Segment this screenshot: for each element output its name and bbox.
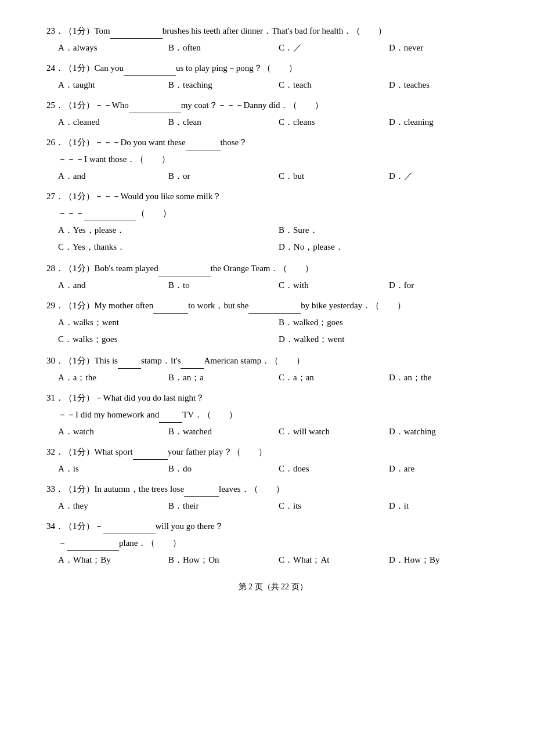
q33-option-c: C．its [279,498,389,514]
q33-option-d: D．it [389,498,499,514]
q32-option-b: B．do [168,461,279,477]
q31-option-d: D．watching [389,424,499,440]
q28-options: A．and B．to C．with D．for [58,278,499,293]
q29-option-d: D．walked；went [279,332,499,347]
q34-line2: －plane．（ ） [58,538,181,548]
q32-option-a: A．is [58,461,168,477]
q23-text: 23．（1分）Tombrushes his teeth after dinner… [46,26,387,35]
q31-option-a: A．watch [58,424,168,440]
q28-option-c: C．with [279,278,389,293]
question-29: 29．（1分）My mother oftento work，but sheby … [46,298,499,348]
q24-option-d: D．teaches [389,77,499,93]
q30-options: A．a；the B．an；a C．a；an D．an；the [58,370,499,386]
q27-option-a: A．Yes，please． [58,222,279,238]
q25-option-d: D．cleaning [389,114,499,130]
q25-text: 25．（1分）－－Whomy coat？－－－Danny did．（ ） [46,100,323,110]
q27-option-c: C．Yes，thanks． [58,239,279,255]
q27-line2: －－－（ ） [58,208,171,218]
q31-text: 31．（1分）－What did you do last night？ [46,393,204,402]
q34-options: A．What；By B．How；On C．What；At D．How；By [58,552,499,568]
q27-text: 27．（1分）－－－Would you like some milk？ [46,192,221,201]
q23-option-b: B．often [168,40,279,56]
q33-option-b: B．their [168,498,279,514]
q23-option-a: A．always [58,40,168,56]
q24-options: A．taught B．teaching C．teach D．teaches [58,77,499,93]
q30-option-b: B．an；a [168,370,279,386]
q32-options: A．is B．do C．does D．are [58,461,499,477]
q33-text: 33．（1分）In autumn，the trees loseleaves．（ … [46,484,284,494]
q27-options: A．Yes，please． B．Sure． C．Yes，thanks． D．No… [58,222,499,256]
q28-text: 28．（1分）Bob's team playedthe Orange Team．… [46,264,313,273]
q33-option-a: A．they [58,498,168,514]
question-25: 25．（1分）－－Whomy coat？－－－Danny did．（ ） A．c… [46,98,499,130]
question-33: 33．（1分）In autumn，the trees loseleaves．（ … [46,481,499,514]
q30-option-d: D．an；the [389,370,499,386]
q24-option-c: C．teach [279,77,389,93]
q26-option-a: A．and [58,168,168,184]
q28-option-d: D．for [389,278,499,293]
q26-line2: －－－I want those．（ ） [58,154,170,164]
q24-option-b: B．teaching [168,77,279,93]
q27-option-d: D．No，please． [279,239,499,255]
q34-text: 34．（1分）－will you go there？ [46,521,223,531]
q26-option-d: D．／ [389,168,499,184]
q29-options: A．walks；went B．walked；goes C．walks；goes … [58,315,499,348]
q25-option-a: A．cleaned [58,114,168,130]
question-26: 26．（1分）－－－Do you want thesethose？ －－－I w… [46,135,499,184]
q27-option-b: B．Sure． [279,222,499,238]
q28-option-b: B．to [168,278,279,293]
question-32: 32．（1分）What sportyour father play？（ ） A．… [46,444,499,477]
q26-option-b: B．or [168,168,279,184]
q32-option-d: D．are [389,461,499,477]
q25-option-b: B．clean [168,114,279,130]
q23-options: A．always B．often C．／ D．never [58,40,499,56]
q23-option-d: D．never [389,40,499,56]
q26-text: 26．（1分）－－－Do you want thesethose？ [46,138,247,147]
q25-option-c: C．cleans [279,114,389,130]
q29-option-a: A．walks；went [58,315,279,330]
q31-option-c: C．will watch [279,424,389,440]
q28-option-a: A．and [58,278,168,293]
q32-option-c: C．does [279,461,389,477]
question-27: 27．（1分）－－－Would you like some milk？ －－－（… [46,189,499,256]
q31-option-b: B．watched [168,424,279,440]
q34-option-d: D．How；By [389,552,499,568]
q31-line2: －－I did my homework andTV．（ ） [58,410,237,419]
exam-content: 23．（1分）Tombrushes his teeth after dinner… [46,23,499,594]
q29-text: 29．（1分）My mother oftento work，but sheby … [46,301,406,310]
q26-option-c: C．but [279,168,389,184]
q30-option-c: C．a；an [279,370,389,386]
question-31: 31．（1分）－What did you do last night？ －－I … [46,390,499,440]
q34-option-c: C．What；At [279,552,389,568]
question-23: 23．（1分）Tombrushes his teeth after dinner… [46,23,499,56]
q34-option-b: B．How；On [168,552,279,568]
question-28: 28．（1分）Bob's team playedthe Orange Team．… [46,261,499,293]
q31-options: A．watch B．watched C．will watch D．watchin… [58,424,499,440]
q24-option-a: A．taught [58,77,168,93]
page-footer: 第 2 页（共 22 页） [46,579,499,594]
q23-option-c: C．／ [279,40,389,56]
q32-text: 32．（1分）What sportyour father play？（ ） [46,447,267,456]
q29-option-b: B．walked；goes [279,315,499,330]
question-34: 34．（1分）－will you go there？ －plane．（ ） A．… [46,519,499,568]
page-number: 第 2 页（共 22 页） [239,582,308,591]
q34-option-a: A．What；By [58,552,168,568]
q30-text: 30．（1分）This isstamp．It'sAmerican stamp．（… [46,356,305,365]
question-30: 30．（1分）This isstamp．It'sAmerican stamp．（… [46,353,499,386]
q30-option-a: A．a；the [58,370,168,386]
q33-options: A．they B．their C．its D．it [58,498,499,514]
question-24: 24．（1分）Can youus to play ping－pong？（ ） A… [46,60,499,93]
q26-options: A．and B．or C．but D．／ [58,168,499,184]
q29-option-c: C．walks；goes [58,332,279,347]
q24-text: 24．（1分）Can youus to play ping－pong？（ ） [46,63,297,73]
q25-options: A．cleaned B．clean C．cleans D．cleaning [58,114,499,130]
